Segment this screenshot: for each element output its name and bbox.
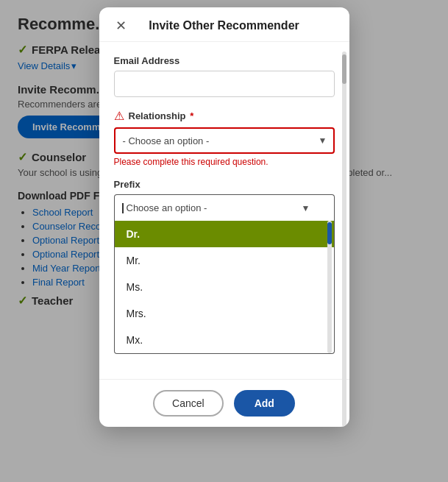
prefix-dropdown-list: Dr. Mr. Ms. Mrs. Mx. xyxy=(114,221,335,354)
dropdown-scroll-thumb xyxy=(327,222,332,244)
relationship-select[interactable]: - Choose an option - xyxy=(114,127,335,154)
prefix-label: Prefix xyxy=(114,179,335,190)
relationship-error-icon: ⚠ xyxy=(114,109,124,123)
invite-modal: ✕ Invite Other Recommender Email Address… xyxy=(99,7,349,427)
close-button[interactable]: ✕ xyxy=(111,18,131,34)
modal-title: Invite Other Recommender xyxy=(149,19,299,32)
email-input[interactable] xyxy=(114,71,335,97)
email-field-group: Email Address xyxy=(114,55,335,97)
prefix-field-group: Prefix Choose an option - ▼ Dr. Mr. Ms. … xyxy=(114,179,335,354)
modal-overlay: ✕ Invite Other Recommender Email Address… xyxy=(0,0,448,482)
add-button[interactable]: Add xyxy=(234,390,295,417)
relationship-error-text: Please complete this required question. xyxy=(114,157,335,167)
modal-scrollbar xyxy=(342,52,346,427)
prefix-input-display[interactable]: Choose an option - ▼ xyxy=(114,194,335,221)
prefix-dropdown-wrapper[interactable]: Choose an option - ▼ Dr. Mr. Ms. Mrs. Mx… xyxy=(114,194,335,354)
modal-body: Email Address ⚠ Relationship * - Choose … xyxy=(99,42,349,379)
prefix-arrow-icon: ▼ xyxy=(302,203,310,213)
cancel-button[interactable]: Cancel xyxy=(153,390,224,417)
required-star: * xyxy=(188,110,194,121)
relationship-field-group: ⚠ Relationship * - Choose an option - ▼ … xyxy=(114,109,335,167)
dropdown-scrollbar xyxy=(327,221,332,353)
email-label: Email Address xyxy=(114,55,335,66)
prefix-option-mx[interactable]: Mx. xyxy=(115,327,334,353)
modal-footer: Cancel Add xyxy=(99,379,349,427)
modal-scroll-thumb xyxy=(342,54,346,84)
relationship-label: Relationship * xyxy=(129,110,194,121)
prefix-option-ms[interactable]: Ms. xyxy=(115,274,334,300)
prefix-option-dr[interactable]: Dr. xyxy=(115,221,334,247)
prefix-cursor: Choose an option - xyxy=(122,202,207,214)
prefix-option-mr[interactable]: Mr. xyxy=(115,247,334,274)
prefix-option-mrs[interactable]: Mrs. xyxy=(115,300,334,327)
relationship-select-wrapper: - Choose an option - ▼ xyxy=(114,127,335,154)
modal-header: ✕ Invite Other Recommender xyxy=(99,7,349,42)
